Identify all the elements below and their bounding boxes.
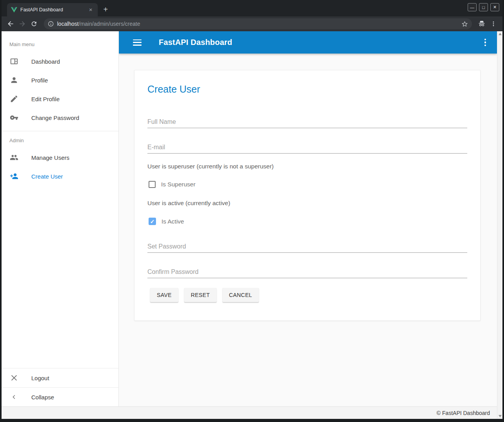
sidebar-section-main-menu: Main menu xyxy=(2,31,118,52)
window-controls: — □ ✕ xyxy=(468,3,499,11)
create-user-card: Create User User is superuser (currently… xyxy=(134,70,481,321)
email-input[interactable] xyxy=(147,144,467,154)
new-tab-button[interactable]: + xyxy=(100,4,111,15)
close-x-icon xyxy=(9,373,19,383)
reset-button[interactable]: RESET xyxy=(184,288,217,302)
address-bar[interactable]: localhost/main/admin/users/create xyxy=(44,18,472,29)
sidebar-item-label: Collapse xyxy=(31,394,54,401)
sidebar-item-label: Create User xyxy=(31,173,63,180)
app-bar-title: FastAPI Dashboard xyxy=(159,38,232,47)
sidebar-item-label: Edit Profile xyxy=(31,96,60,102)
email-field xyxy=(147,144,467,154)
superuser-note: User is superuser (currently is not a su… xyxy=(147,163,467,170)
vertical-scrollbar[interactable] xyxy=(497,31,502,419)
set-password-input[interactable] xyxy=(147,243,467,253)
pencil-icon xyxy=(9,94,19,104)
sidebar: Main menu Dashboard Profile xyxy=(2,31,119,406)
page-footer: © FastAPI Dashboard xyxy=(2,406,497,419)
sidebar-section-admin: Admin xyxy=(2,131,118,148)
browser-tab[interactable]: FastAPI Dashboard × xyxy=(7,3,98,16)
maximize-button[interactable]: □ xyxy=(479,3,488,11)
kebab-menu-icon[interactable] xyxy=(483,37,488,48)
close-button[interactable]: ✕ xyxy=(490,3,499,11)
checkbox-label: Is Superuser xyxy=(161,181,196,188)
full-name-field xyxy=(147,118,467,128)
sidebar-item-profile[interactable]: Profile xyxy=(2,71,118,89)
full-name-input[interactable] xyxy=(147,118,467,128)
sidebar-spacer xyxy=(2,186,118,368)
reload-icon[interactable] xyxy=(29,19,39,29)
sidebar-item-label: Dashboard xyxy=(31,58,60,65)
url-text: localhost/main/admin/users/create xyxy=(57,21,458,27)
confirm-password-input[interactable] xyxy=(147,268,467,278)
tab-title: FastAPI Dashboard xyxy=(20,7,84,13)
sidebar-item-create-user[interactable]: Create User xyxy=(2,167,118,186)
menu-hamburger-icon[interactable] xyxy=(133,39,142,46)
scroll-up-icon[interactable] xyxy=(499,33,502,35)
sidebar-item-label: Manage Users xyxy=(31,154,70,161)
forward-arrow-icon[interactable] xyxy=(17,19,27,29)
sidebar-item-manage-users[interactable]: Manage Users xyxy=(2,148,118,167)
incognito-icon xyxy=(477,19,487,29)
person-add-icon xyxy=(9,172,19,181)
browser-menu-icon[interactable] xyxy=(488,19,499,29)
sidebar-item-dashboard[interactable]: Dashboard xyxy=(2,52,118,71)
page-info-icon[interactable] xyxy=(48,21,54,27)
confirm-password-field xyxy=(147,268,467,278)
checkbox-unchecked-icon[interactable] xyxy=(149,181,156,188)
person-icon xyxy=(9,75,19,85)
sidebar-item-label: Logout xyxy=(31,375,49,381)
vue-logo-icon xyxy=(11,7,17,13)
bookmark-star-icon[interactable] xyxy=(461,21,468,27)
form-buttons: SAVE RESET CANCEL xyxy=(150,288,467,302)
checkbox-label: Is Active xyxy=(161,218,184,225)
is-active-checkbox-row[interactable]: ✓ Is Active xyxy=(149,218,467,225)
content-area: Create User User is superuser (currently… xyxy=(119,54,497,406)
save-button[interactable]: SAVE xyxy=(150,288,178,302)
chevron-left-icon xyxy=(9,392,19,402)
dashboard-icon xyxy=(9,57,19,66)
sidebar-item-logout[interactable]: Logout xyxy=(2,368,118,387)
app-bar: FastAPI Dashboard xyxy=(119,31,497,54)
minimize-button[interactable]: — xyxy=(468,3,477,11)
checkbox-checked-icon[interactable]: ✓ xyxy=(149,218,156,225)
url-path: /main/admin/users/create xyxy=(79,21,140,27)
browser-tab-bar: FastAPI Dashboard × + — □ ✕ xyxy=(2,0,502,16)
sidebar-item-label: Change Password xyxy=(31,114,79,121)
key-icon xyxy=(9,113,19,122)
cancel-button[interactable]: CANCEL xyxy=(222,288,259,302)
scroll-down-icon[interactable] xyxy=(499,415,502,417)
is-superuser-checkbox-row[interactable]: Is Superuser xyxy=(149,181,467,188)
sidebar-item-edit-profile[interactable]: Edit Profile xyxy=(2,89,118,108)
group-icon xyxy=(9,153,19,162)
browser-toolbar: localhost/main/admin/users/create xyxy=(2,16,502,31)
main-area: FastAPI Dashboard Create User User is su… xyxy=(119,31,497,406)
url-host: localhost xyxy=(57,21,79,27)
page-viewport: Main menu Dashboard Profile xyxy=(2,31,502,419)
sidebar-item-change-password[interactable]: Change Password xyxy=(2,108,118,127)
page-title: Create User xyxy=(147,84,467,95)
copyright-text: © FastAPI Dashboard xyxy=(437,410,490,416)
sidebar-item-label: Profile xyxy=(31,77,48,84)
tab-close-icon[interactable]: × xyxy=(88,7,94,13)
set-password-field xyxy=(147,243,467,253)
active-note: User is active (currently active) xyxy=(147,200,467,207)
back-arrow-icon[interactable] xyxy=(5,19,16,29)
sidebar-item-collapse[interactable]: Collapse xyxy=(2,388,118,406)
